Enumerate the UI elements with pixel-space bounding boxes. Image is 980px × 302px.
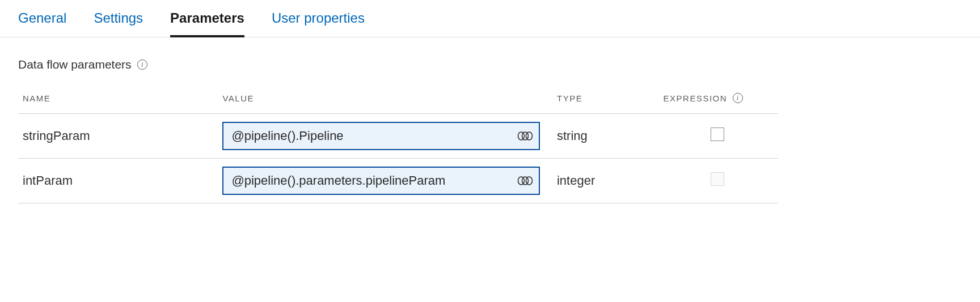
svg-point-2	[526, 132, 533, 140]
expression-checkbox[interactable]	[711, 127, 724, 141]
value-input[interactable]: @pipeline().parameters.pipelineParam	[222, 167, 540, 195]
column-header-expression-text: EXPRESSION	[664, 93, 728, 103]
column-header-type: TYPE	[550, 87, 657, 114]
parameters-panel: Data flow parameters i NAME VALUE TYPE E…	[0, 37, 980, 224]
table-row: stringParam @pipeline().Pipeline	[18, 114, 778, 159]
section-title: Data flow parameters i	[18, 58, 962, 71]
section-title-text: Data flow parameters	[18, 58, 132, 71]
param-type: string	[550, 114, 657, 159]
column-header-expression: EXPRESSION i	[657, 87, 778, 114]
column-header-name: NAME	[18, 87, 216, 114]
value-text: @pipeline().parameters.pipelineParam	[231, 173, 514, 188]
expression-checkbox	[711, 172, 724, 186]
value-text: @pipeline().Pipeline	[231, 129, 514, 143]
dynamic-content-icon[interactable]	[517, 176, 533, 186]
tab-settings[interactable]: Settings	[94, 10, 143, 37]
table-row: intParam @pipeline().parameters.pipeline…	[18, 159, 778, 203]
tab-general[interactable]: General	[18, 10, 66, 37]
tab-bar: General Settings Parameters User propert…	[0, 0, 980, 37]
svg-point-5	[526, 177, 533, 185]
tab-user-properties[interactable]: User properties	[272, 10, 365, 37]
info-icon[interactable]: i	[137, 59, 147, 70]
parameters-table: NAME VALUE TYPE EXPRESSION i stringParam…	[18, 87, 778, 203]
param-name: intParam	[18, 159, 216, 203]
param-name: stringParam	[18, 114, 216, 159]
column-header-value: VALUE	[216, 87, 550, 114]
value-input[interactable]: @pipeline().Pipeline	[222, 122, 540, 150]
tab-parameters[interactable]: Parameters	[170, 10, 244, 37]
param-type: integer	[550, 159, 657, 203]
dynamic-content-icon[interactable]	[517, 131, 533, 141]
info-icon[interactable]: i	[733, 93, 743, 103]
